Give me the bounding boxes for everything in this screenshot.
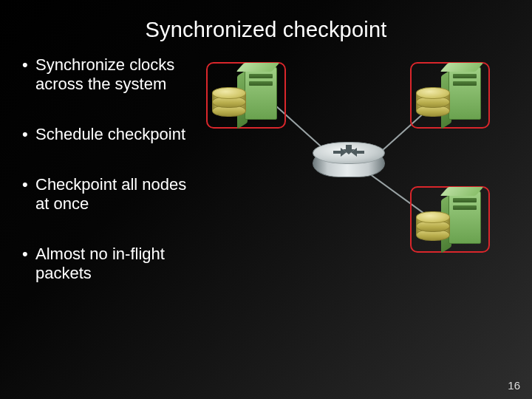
database-disk-icon xyxy=(212,87,246,120)
bullet-item: Schedule checkpoint xyxy=(22,125,198,144)
slide-title: Synchronized checkpoint xyxy=(0,0,532,42)
database-disk-icon xyxy=(416,87,450,120)
page-number: 16 xyxy=(508,379,520,392)
bullet-item: Synchronize clocks across the system xyxy=(22,55,198,94)
svg-marker-0 xyxy=(333,148,347,157)
network-diagram xyxy=(203,62,521,254)
database-disk-icon xyxy=(416,211,450,244)
router-icon xyxy=(313,142,385,183)
bullet-list: Synchronize clocks across the system Sch… xyxy=(13,55,198,314)
server-node xyxy=(206,62,286,129)
bullet-item: Almost no in-flight packets xyxy=(22,245,198,283)
server-node xyxy=(410,186,490,253)
svg-marker-1 xyxy=(351,148,364,157)
server-node xyxy=(410,62,490,129)
router-arrows-icon xyxy=(332,143,366,161)
bullet-item: Checkpoint all nodes at once xyxy=(22,175,198,214)
